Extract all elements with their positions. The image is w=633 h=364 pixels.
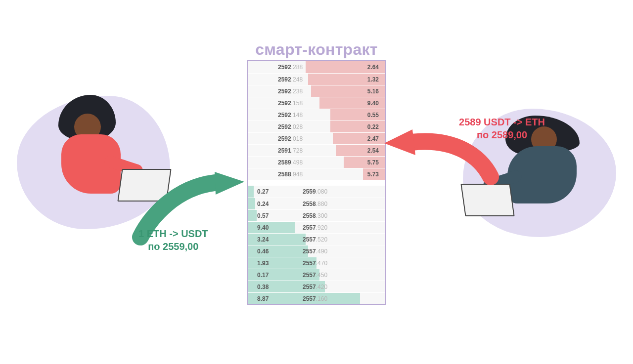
ask-price: 2588.948 [278,168,303,180]
right-order-line2: по 2589,00 [459,128,545,141]
left-order-line1: 1 ETH -> USDT [138,227,208,240]
bid-price: 2557.520 [303,234,327,245]
bid-row: 2559.0800.27 [248,186,385,198]
ask-qty: 2.47 [367,133,379,144]
svg-marker-0 [215,172,244,195]
bid-qty: 0.38 [257,281,269,292]
bid-qty: 9.40 [257,222,269,233]
bid-qty: 8.87 [257,293,269,304]
ask-price: 2592.248 [278,74,303,85]
bid-qty: 0.57 [257,210,269,221]
bid-qty: 0.17 [257,269,269,281]
bid-qty: 0.46 [257,245,269,257]
bid-price: 2557.470 [303,257,327,269]
bid-row: 2557.5203.24 [248,233,385,245]
bid-row: 2558.3000.57 [248,209,385,221]
ask-qty: 2.54 [367,145,379,156]
bid-price: 2557.450 [303,269,327,281]
bid-qty: 0.24 [257,198,269,209]
bid-price: 2559.080 [303,186,327,198]
asks-section: 2592.2882.642592.2481.322592.2385.162592… [248,61,385,180]
ask-qty: 5.75 [367,157,379,168]
bid-row: 2557.4900.46 [248,245,385,257]
diagram-title: смарт-контракт [255,40,378,59]
ask-qty: 5.73 [367,168,379,180]
ask-qty: 9.40 [367,97,379,109]
bid-depth-bar [248,198,255,209]
ask-row: 2592.1589.40 [248,97,385,109]
right-order-label: 2589 USDT -> ETH по 2589,00 [459,116,545,141]
ask-row: 2589.4985.75 [248,156,385,168]
ask-qty: 0.55 [367,109,379,121]
orderbook-panel: 2592.2882.642592.2481.322592.2385.162592… [247,60,386,305]
ask-price: 2589.498 [278,157,303,168]
ask-price: 2592.028 [278,121,303,132]
ask-qty: 1.32 [367,74,379,85]
left-order-line2: по 2559,00 [138,240,208,253]
bid-row: 2557.4701.93 [248,257,385,269]
bid-price: 2557.420 [303,281,327,292]
ask-price: 2592.238 [278,85,303,97]
bid-price: 2557.920 [303,222,327,233]
svg-marker-1 [384,129,415,155]
orderbook-gap [248,180,385,186]
bid-row: 2558.8800.24 [248,198,385,209]
ask-qty: 2.64 [367,61,379,73]
ask-row: 2592.0182.47 [248,132,385,144]
bid-price: 2558.300 [303,210,327,221]
bid-row: 2557.1608.87 [248,292,385,304]
bid-depth-bar [248,222,295,233]
ask-row: 2592.2481.32 [248,73,385,85]
ask-price: 2592.148 [278,109,303,121]
ask-price: 2592.018 [278,133,303,144]
bid-price: 2557.160 [303,293,327,304]
ask-row: 2591.7282.54 [248,144,385,156]
bid-qty: 0.27 [257,186,269,198]
bid-price: 2557.490 [303,245,327,257]
ask-row: 2592.2385.16 [248,85,385,97]
bid-row: 2557.9209.40 [248,221,385,233]
bid-qty: 3.24 [257,234,269,245]
bid-qty: 1.93 [257,257,269,269]
bid-depth-bar [248,210,257,221]
bid-row: 2557.4200.38 [248,281,385,292]
ask-row: 2592.2882.64 [248,61,385,73]
ask-price: 2591.728 [278,145,303,156]
ask-price: 2592.158 [278,97,303,109]
right-order-line1: 2589 USDT -> ETH [459,116,545,128]
left-order-label: 1 ETH -> USDT по 2559,00 [138,227,208,253]
ask-row: 2588.9485.73 [248,168,385,180]
ask-row: 2592.0280.22 [248,121,385,132]
ask-row: 2592.1480.55 [248,109,385,121]
ask-qty: 5.16 [367,85,379,97]
bid-row: 2557.4500.17 [248,269,385,281]
ask-qty: 0.22 [367,121,379,132]
ask-price: 2592.288 [278,61,303,73]
bids-section: 2559.0800.272558.8800.242558.3000.572557… [248,186,385,304]
bid-price: 2558.880 [303,198,327,209]
